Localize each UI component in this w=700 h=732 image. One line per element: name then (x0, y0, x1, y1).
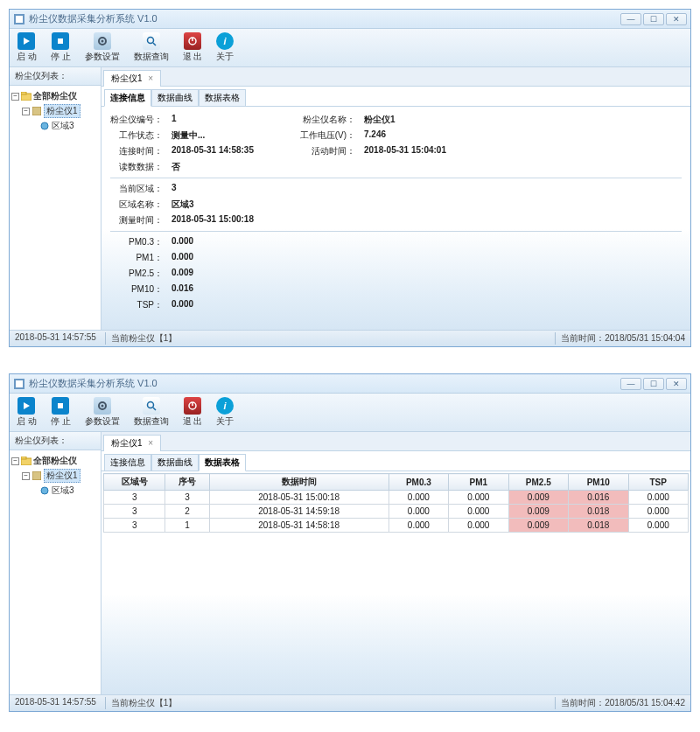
collapse-icon[interactable]: − (11, 93, 19, 101)
info-label: 粉尘仪编号： (110, 114, 172, 126)
settings-button[interactable]: 参数设置 (81, 395, 123, 429)
collapse-icon[interactable]: − (11, 457, 19, 465)
column-header[interactable]: PM1 (449, 474, 508, 491)
svg-rect-27 (21, 457, 26, 459)
device-tab[interactable]: 粉尘仪1 × (103, 70, 161, 87)
tab-curve[interactable]: 数据曲线 (151, 454, 199, 471)
info-value: 区域3 (172, 199, 294, 211)
info-label: 连接时间： (110, 145, 172, 157)
pm-label: PM1： (110, 252, 172, 264)
svg-marker-17 (24, 402, 30, 409)
tab-table[interactable]: 数据表格 (199, 454, 246, 471)
info-value: 2018-05-31 15:00:18 (172, 214, 294, 227)
exit-button[interactable]: 退 出 (179, 395, 206, 429)
status-now: 当前时间：2018/05/31 15:04:04 (555, 332, 685, 345)
collapse-icon[interactable]: − (22, 108, 30, 115)
table-cell: 0.000 (449, 505, 508, 519)
settings-button[interactable]: 参数设置 (81, 31, 123, 65)
pm-row: PM10：0.016 (110, 282, 682, 297)
close-button[interactable]: ✕ (666, 378, 687, 390)
info-value: 粉尘仪1 (364, 114, 396, 126)
svg-marker-2 (24, 38, 30, 45)
table-row[interactable]: 322018-05-31 14:59:180.0000.0000.0090.01… (104, 505, 689, 519)
start-button[interactable]: 启 动 (13, 31, 40, 65)
column-header[interactable]: 区域号 (104, 474, 165, 491)
maximize-button[interactable]: ☐ (643, 13, 664, 25)
table-cell: 2018-05-31 14:58:18 (209, 519, 388, 533)
table-row[interactable]: 312018-05-31 14:58:180.0000.0000.0090.01… (104, 519, 689, 533)
status-time: 2018-05-31 14:57:55 (15, 332, 96, 345)
table-cell: 2 (165, 505, 209, 519)
svg-rect-16 (16, 380, 23, 387)
info-panel: 粉尘仪编号：1粉尘仪名称：粉尘仪1工作状态：测量中...工作电压(V)：7.24… (102, 107, 690, 330)
stop-button[interactable]: 停 止 (47, 31, 74, 65)
window-controls: — ☐ ✕ (620, 378, 687, 390)
tree-device-label: 粉尘仪1 (44, 469, 80, 483)
svg-point-29 (41, 487, 48, 494)
maximize-button[interactable]: ☐ (643, 378, 664, 390)
tree-device[interactable]: − 粉尘仪1 (11, 468, 99, 484)
close-button[interactable]: ✕ (666, 13, 687, 25)
query-button[interactable]: 数据查询 (130, 395, 172, 429)
tree-device[interactable]: − 粉尘仪1 (11, 103, 99, 119)
start-label: 启 动 (17, 51, 37, 63)
statusbar: 2018-05-31 14:57:55 当前粉尘仪【1】 当前时间：2018/0… (10, 694, 690, 711)
minimize-button[interactable]: — (620, 13, 641, 25)
device-tree: − 全部粉尘仪 − 粉尘仪1 区域3 (10, 450, 101, 501)
info-value: 1 (172, 114, 294, 126)
tab-table[interactable]: 数据表格 (199, 89, 246, 107)
svg-rect-1 (16, 16, 23, 23)
sidebar-header: 粉尘仪列表： (10, 432, 101, 450)
tab-info[interactable]: 连接信息 (104, 89, 151, 107)
body-area: 粉尘仪列表： − 全部粉尘仪 − 粉尘仪1 区域3 (10, 432, 690, 694)
pm-label: PM10： (110, 283, 172, 296)
table-cell: 3 (104, 491, 165, 505)
about-button[interactable]: i 关于 (213, 395, 237, 429)
search-icon (143, 32, 160, 50)
tab-info[interactable]: 连接信息 (104, 454, 151, 471)
table-cell: 0.000 (628, 505, 689, 519)
device-icon (32, 471, 42, 481)
tree-region[interactable]: 区域3 (11, 484, 99, 498)
minimize-button[interactable]: — (620, 378, 641, 390)
data-table: 区域号序号数据时间PM0.3PM1PM2.5PM10TSP 332018-05-… (103, 473, 689, 533)
device-tree: − 全部粉尘仪 − 粉尘仪1 区域3 (10, 86, 101, 136)
device-tab-label: 粉尘仪1 (111, 73, 143, 83)
column-header[interactable]: PM2.5 (508, 474, 568, 491)
collapse-icon[interactable]: − (22, 472, 30, 480)
column-header[interactable]: 数据时间 (209, 474, 388, 491)
svg-text:i: i (224, 36, 228, 46)
close-tab-icon[interactable]: × (148, 438, 153, 448)
start-button[interactable]: 启 动 (13, 395, 40, 429)
tree-root-label: 全部粉尘仪 (33, 90, 77, 102)
exit-button[interactable]: 退 出 (179, 31, 206, 65)
stop-button[interactable]: 停 止 (47, 395, 74, 429)
titlebar[interactable]: 粉尘仪数据采集分析系统 V1.0 — ☐ ✕ (10, 374, 690, 394)
settings-label: 参数设置 (85, 51, 120, 63)
column-header[interactable]: 序号 (165, 474, 209, 491)
about-label: 关于 (216, 415, 234, 428)
app-window-1: 粉尘仪数据采集分析系统 V1.0 — ☐ ✕ 启 动 停 止 参数设置 (9, 9, 691, 347)
table-cell: 0.009 (508, 505, 568, 519)
tab-curve[interactable]: 数据曲线 (151, 89, 199, 107)
svg-point-20 (101, 405, 103, 408)
tree-root[interactable]: − 全部粉尘仪 (11, 89, 99, 103)
device-tab[interactable]: 粉尘仪1 × (103, 435, 161, 451)
tree-region[interactable]: 区域3 (11, 119, 99, 133)
about-button[interactable]: i 关于 (213, 31, 237, 65)
info-label: 工作状态： (110, 129, 172, 142)
query-button[interactable]: 数据查询 (130, 31, 172, 65)
column-header[interactable]: PM0.3 (388, 474, 448, 491)
exit-label: 退 出 (183, 51, 203, 63)
device-tabs: 粉尘仪1 × (102, 67, 690, 87)
tree-root[interactable]: − 全部粉尘仪 (11, 454, 99, 468)
table-row[interactable]: 332018-05-31 15:00:180.0000.0000.0090.01… (104, 491, 689, 505)
column-header[interactable]: PM10 (569, 474, 628, 491)
close-tab-icon[interactable]: × (148, 73, 153, 83)
tree-root-label: 全部粉尘仪 (33, 455, 77, 467)
titlebar[interactable]: 粉尘仪数据采集分析系统 V1.0 — ☐ ✕ (10, 10, 690, 29)
column-header[interactable]: TSP (628, 474, 689, 491)
statusbar: 2018-05-31 14:57:55 当前粉尘仪【1】 当前时间：2018/0… (10, 330, 690, 346)
stop-icon (52, 32, 69, 50)
play-icon (18, 32, 35, 50)
